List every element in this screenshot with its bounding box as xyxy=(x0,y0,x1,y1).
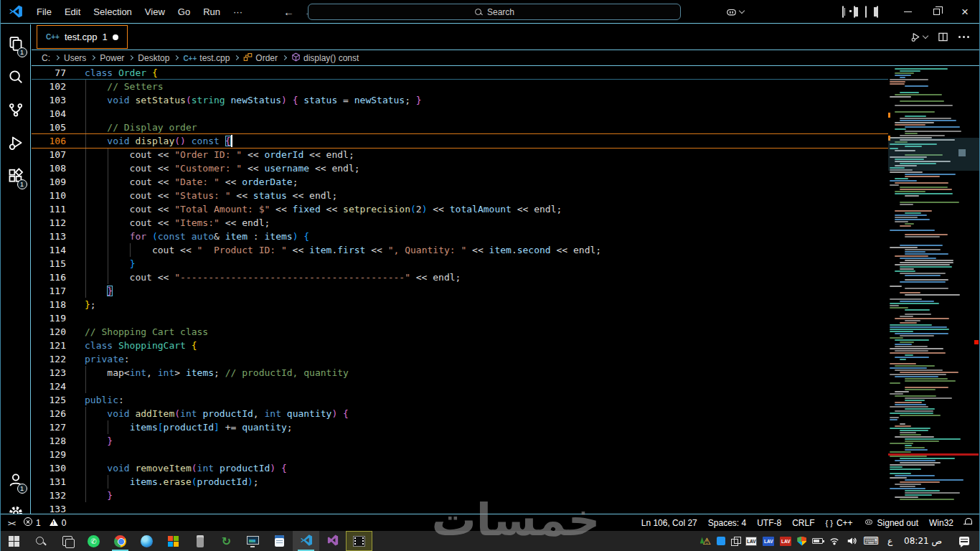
statusbar-utf-8[interactable]: UTF-8 xyxy=(757,518,781,528)
statusbar-bell[interactable] xyxy=(964,518,972,528)
taskbar-clock[interactable]: 08:21 ص xyxy=(898,536,948,546)
activitybar-item-source-control[interactable] xyxy=(1,95,31,128)
code-line[interactable]: 120// Shopping Cart class xyxy=(32,325,888,339)
breadcrumb-item-order[interactable]: Order xyxy=(243,52,278,64)
editor-pane[interactable]: 102 // Setters103 void setStatus(string … xyxy=(32,66,979,531)
code-line[interactable]: 103 void setStatus(string newStatus) { s… xyxy=(32,93,888,107)
code-line[interactable]: 105 // Display order xyxy=(32,121,888,134)
copy-tray-icon[interactable] xyxy=(731,537,740,545)
activitybar-item-search[interactable] xyxy=(1,62,31,95)
activitybar-item-extensions[interactable]: 1 xyxy=(1,161,31,194)
lav-audio-icon[interactable]: LAV xyxy=(763,537,774,546)
taskbar-doc-button[interactable] xyxy=(266,531,293,551)
back-arrow-icon[interactable]: ← xyxy=(283,6,294,18)
code-line[interactable]: 129 xyxy=(32,448,888,461)
statusbar-crlf[interactable]: CRLF xyxy=(792,518,814,528)
statusbar-win32[interactable]: Win32 xyxy=(929,518,953,528)
taskbar-office-button[interactable] xyxy=(160,531,187,551)
minimap[interactable] xyxy=(888,66,973,531)
taskbar-edge-button[interactable] xyxy=(133,531,160,551)
statusbar-signed-out[interactable]: Signed out xyxy=(864,518,918,528)
code-rows[interactable]: 102 // Setters103 void setStatus(string … xyxy=(32,66,888,514)
modified-dot-icon[interactable] xyxy=(113,34,118,40)
code-line[interactable]: 130 void removeItem(int productId) { xyxy=(32,461,888,475)
lav-splitter-icon[interactable]: LAV xyxy=(745,537,757,546)
code-line[interactable]: 108 cout << "Customer: " << username << … xyxy=(32,161,888,175)
code-line[interactable]: 109 cout << "Date: " << orderDate; xyxy=(32,175,888,189)
activitybar-item-explorer[interactable]: 1 xyxy=(1,29,31,62)
code-line[interactable]: 111 cout << "Total Amount: $" << fixed <… xyxy=(32,202,888,216)
statusbar-remote[interactable]: >< xyxy=(8,518,15,528)
layout-grid-icon[interactable] xyxy=(842,6,844,18)
battery-icon[interactable] xyxy=(812,538,823,544)
touch-keyboard-icon[interactable]: ⌨ xyxy=(863,534,879,547)
code-line[interactable]: 112 cout << "Items:" << endl; xyxy=(32,216,888,230)
tab-test-cpp[interactable]: C++ test.cpp 1 xyxy=(37,25,128,49)
taskbar-sync-button[interactable]: ↻ xyxy=(213,531,240,551)
minimap-slider[interactable] xyxy=(888,138,979,171)
statusbar-0[interactable]: 0 xyxy=(50,518,67,528)
activitybar-item-run-debug[interactable] xyxy=(1,128,31,161)
breadcrumb-item-power[interactable]: Power xyxy=(100,53,124,63)
breadcrumb-item-c[interactable]: C: xyxy=(42,53,50,63)
overview-ruler[interactable] xyxy=(974,66,979,531)
code-line[interactable]: 117 } xyxy=(32,284,888,298)
code-line[interactable]: 123 map<int, int> items; // productId, q… xyxy=(32,366,888,380)
statusbar-1[interactable]: 1 xyxy=(24,517,41,528)
layout-sidebar-left-icon[interactable] xyxy=(854,6,855,18)
close-button[interactable]: × xyxy=(951,0,979,24)
menu-run[interactable]: Run xyxy=(197,6,227,17)
code-line[interactable]: 114 cout << " Product ID: " << item.firs… xyxy=(32,243,888,257)
code-line[interactable]: 106 void display() const { xyxy=(32,134,888,148)
notification-center-icon[interactable] xyxy=(959,537,969,545)
layout-sidebar-right-icon[interactable] xyxy=(877,6,878,18)
code-line[interactable]: 116 cout << "---------------------------… xyxy=(32,270,888,284)
code-line[interactable]: 132 } xyxy=(32,489,888,502)
restore-button[interactable] xyxy=(922,0,951,24)
statusbar-spaces--4[interactable]: Spaces: 4 xyxy=(708,518,746,528)
run-button[interactable] xyxy=(910,32,928,42)
lav-video-icon[interactable]: LAV xyxy=(780,537,791,546)
taskbar-taskview-button[interactable] xyxy=(54,531,80,551)
code-line[interactable]: 107 cout << "Order ID: " << orderId << e… xyxy=(32,148,888,161)
breadcrumb-item-users[interactable]: Users xyxy=(64,53,86,63)
code-line[interactable]: 115 } xyxy=(32,257,888,270)
sticky-line[interactable]: 77class Order { xyxy=(32,66,888,80)
breadcrumb-item-testcpp[interactable]: C++test.cpp xyxy=(183,53,230,63)
code-line[interactable]: 102 // Setters xyxy=(32,80,888,93)
breadcrumb-item-desktop[interactable]: Desktop xyxy=(138,53,169,63)
code-line[interactable]: 131 items.erase(productId); xyxy=(32,475,888,489)
code-line[interactable]: 110 cout << "Status: " << status << endl… xyxy=(32,189,888,202)
search-input[interactable]: Search xyxy=(308,4,681,20)
taskbar-visualstudio-button[interactable] xyxy=(319,531,346,551)
menu-[interactable]: ··· xyxy=(227,6,249,17)
taskbar-monitor-button[interactable] xyxy=(240,531,266,551)
menu-go[interactable]: Go xyxy=(171,6,197,17)
taskbar-klite-button[interactable] xyxy=(346,531,372,551)
menu-selection[interactable]: Selection xyxy=(87,6,138,17)
wifi-icon[interactable] xyxy=(829,536,840,546)
language-indicator[interactable]: ع xyxy=(882,536,898,546)
statusbar-c--[interactable]: { }C++ xyxy=(826,518,853,528)
taskbar-search-button[interactable] xyxy=(27,531,54,551)
code-line[interactable]: 126 void addItem(int productId, int quan… xyxy=(32,407,888,420)
warning-tray-icon[interactable]: ⚠ xyxy=(703,536,712,547)
more-actions-button[interactable] xyxy=(958,36,969,38)
code-line[interactable]: 127 items[productId] += quantity; xyxy=(32,420,888,434)
app-tray-icon[interactable] xyxy=(717,537,725,545)
minimize-button[interactable] xyxy=(893,0,922,24)
menu-file[interactable]: File xyxy=(30,6,58,17)
security-shield-icon[interactable] xyxy=(797,537,806,546)
statusbar-ln-106--col-27[interactable]: Ln 106, Col 27 xyxy=(641,518,697,528)
code-line[interactable]: 124 xyxy=(32,380,888,393)
taskbar-chrome-button[interactable] xyxy=(107,531,133,551)
code-line[interactable]: 121class ShoppingCart { xyxy=(32,339,888,352)
taskbar-start-button[interactable] xyxy=(1,531,27,551)
taskbar-whatsapp-button[interactable]: ✆ xyxy=(80,531,107,551)
code-line[interactable]: 125public: xyxy=(32,393,888,407)
breadcrumb-item-displayconst[interactable]: display() const xyxy=(291,52,359,64)
layout-panel-icon[interactable] xyxy=(865,6,867,18)
copilot-menu[interactable] xyxy=(725,7,744,17)
menu-edit[interactable]: Edit xyxy=(58,6,87,17)
taskbar-grayapp-button[interactable] xyxy=(187,531,213,551)
